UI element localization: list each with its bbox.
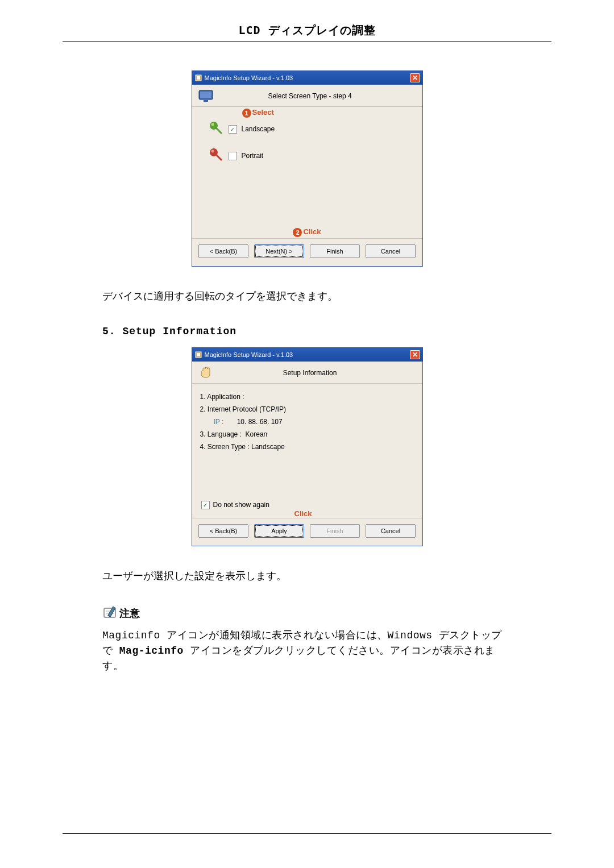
thumbtack-red-icon xyxy=(209,148,224,164)
note-body: Magicinfo アイコンが通知領域に表示されない場合には、Windows デ… xyxy=(102,628,512,674)
svg-rect-3 xyxy=(200,92,211,98)
option-portrait[interactable]: Portrait xyxy=(209,148,405,164)
apply-button[interactable]: Apply xyxy=(254,524,304,538)
option-landscape[interactable]: ✓ Landscape xyxy=(209,121,405,138)
finish-button[interactable]: Finish xyxy=(310,244,360,258)
showsettings-description: ユーザーが選択した設定を表示します。 xyxy=(102,569,551,583)
monitor-icon xyxy=(198,89,214,103)
svg-line-10 xyxy=(216,155,222,160)
cancel-button[interactable]: Cancel xyxy=(366,244,416,258)
info-tcpip: 2. Internet Protocol (TCP/IP) xyxy=(200,405,422,413)
svg-rect-12 xyxy=(197,353,200,356)
info-ip: IP : 10. 88. 68. 107 xyxy=(214,418,422,426)
app-icon xyxy=(194,74,202,82)
click-annotation: 2Click xyxy=(192,227,422,237)
info-screentype: 4. Screen Type : Landscape xyxy=(200,443,422,451)
wizard-dialog-step4: MagicInfo Setup Wizard - v.1.03 ✕ Select… xyxy=(192,70,423,267)
dialog-title: MagicInfo Setup Wizard - v.1.03 xyxy=(205,74,293,81)
close-button[interactable]: ✕ xyxy=(410,350,420,359)
section-5-heading: 5. Setup Information xyxy=(102,326,551,337)
svg-rect-1 xyxy=(197,76,200,80)
close-button[interactable]: ✕ xyxy=(410,73,420,82)
finish-button: Finish xyxy=(310,524,360,538)
page-title: LCD ディスプレイの調整 xyxy=(63,23,551,42)
landscape-label: Landscape xyxy=(242,125,275,133)
next-button[interactable]: Next(N) > xyxy=(254,244,304,258)
back-button[interactable]: < Back(B) xyxy=(198,524,248,538)
step-title: Setup Information xyxy=(221,369,417,377)
svg-point-9 xyxy=(211,149,214,152)
click-annotation: Click xyxy=(294,509,422,518)
app-icon xyxy=(194,351,202,359)
hand-icon xyxy=(198,366,214,380)
thumbtack-green-icon xyxy=(209,121,224,138)
back-button[interactable]: < Back(B) xyxy=(198,244,248,258)
note-heading: 注意 xyxy=(119,607,140,620)
donotshow-checkbox[interactable]: ✓ xyxy=(201,501,210,509)
info-application: 1. Application : xyxy=(200,393,422,401)
svg-line-7 xyxy=(216,128,222,134)
portrait-label: Portrait xyxy=(242,152,264,160)
wizard-dialog-setupinfo: MagicInfo Setup Wizard - v.1.03 ✕ Setup … xyxy=(192,347,423,546)
dialog-titlebar: MagicInfo Setup Wizard - v.1.03 ✕ xyxy=(192,348,422,362)
svg-rect-4 xyxy=(204,100,208,102)
info-language: 3. Language : Korean xyxy=(200,430,422,438)
svg-point-6 xyxy=(211,123,214,126)
step-title: Select Screen Type - step 4 xyxy=(221,92,417,100)
dialog-titlebar: MagicInfo Setup Wizard - v.1.03 ✕ xyxy=(192,71,422,85)
donotshow-label: Do not show again xyxy=(213,501,269,509)
portrait-checkbox[interactable] xyxy=(229,152,237,160)
dialog-title: MagicInfo Setup Wizard - v.1.03 xyxy=(205,351,293,358)
landscape-checkbox[interactable]: ✓ xyxy=(229,125,237,134)
rotation-description: デバイスに適用する回転のタイプを選択できます。 xyxy=(102,289,551,303)
footer-rule xyxy=(63,833,551,834)
select-annotation: 1Select xyxy=(242,108,405,118)
note-pencil-icon xyxy=(102,605,117,620)
cancel-button[interactable]: Cancel xyxy=(366,524,416,538)
